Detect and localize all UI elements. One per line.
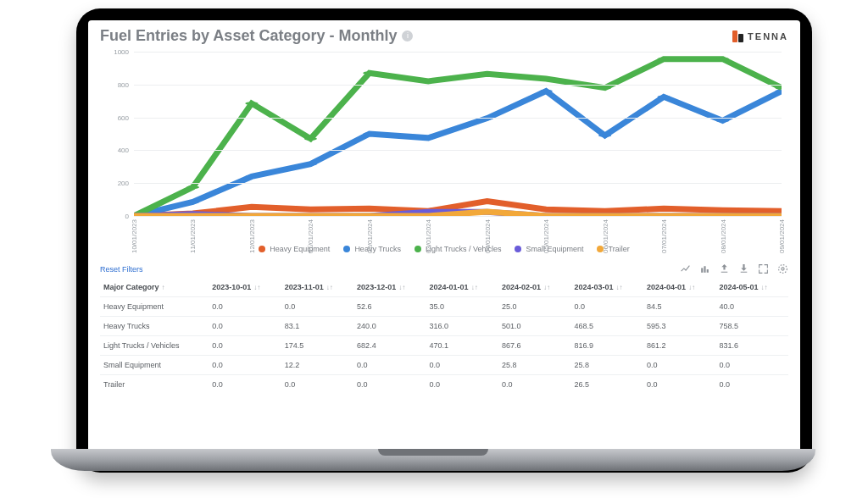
value-cell: 0.0 (353, 375, 426, 395)
data-table-area: Major Category↑2023-10-01↓↑2023-11-01↓↑2… (100, 278, 788, 461)
info-icon[interactable]: i (402, 30, 413, 42)
x-tick-label: 07/01/2024 (660, 219, 668, 253)
export-icon[interactable] (719, 263, 730, 274)
chart-data-point[interactable] (245, 205, 258, 208)
chart-data-point[interactable] (540, 77, 553, 80)
column-header[interactable]: 2024-03-01↓↑ (571, 278, 643, 297)
x-tick-label: 09/01/2024 (778, 219, 786, 253)
chart-data-point[interactable] (481, 72, 493, 75)
value-cell: 0.0 (281, 297, 353, 317)
legend-label: Small Equipment (526, 245, 583, 253)
chart-data-point[interactable] (598, 134, 611, 137)
table-toolbar: Reset Filters (88, 260, 800, 278)
value-cell: 0.0 (643, 356, 715, 375)
reset-filters-link[interactable]: Reset Filters (100, 265, 143, 274)
chart-data-point[interactable] (304, 163, 317, 166)
line-chart-icon[interactable] (680, 263, 691, 274)
value-cell: 174.5 (281, 336, 353, 356)
table-row[interactable]: Heavy Equipment0.00.052.635.025.00.084.5… (100, 297, 788, 317)
column-header[interactable]: 2024-05-01↓↑ (715, 278, 788, 297)
chart: 10/01/202311/01/202312/01/202301/01/2024… (100, 47, 788, 241)
chart-data-point[interactable] (716, 58, 729, 61)
value-cell: 861.2 (643, 336, 715, 356)
x-tick-label: 01/01/2024 (307, 219, 314, 253)
chart-data-point[interactable] (363, 207, 376, 210)
chart-data-point[interactable] (363, 132, 376, 136)
value-cell: 0.0 (715, 356, 788, 375)
value-cell: 0.0 (209, 317, 281, 336)
bar-chart-icon[interactable] (699, 263, 710, 274)
value-cell: 0.0 (426, 375, 498, 395)
chart-data-point[interactable] (716, 208, 729, 212)
chart-data-point[interactable] (657, 207, 670, 210)
chart-data-point[interactable] (540, 208, 553, 211)
download-icon[interactable] (738, 263, 749, 274)
data-table: Major Category↑2023-10-01↓↑2023-11-01↓↑2… (100, 278, 788, 394)
row-name-cell: Heavy Equipment (100, 297, 209, 317)
chart-data-point[interactable] (422, 80, 435, 83)
value-cell: 0.0 (209, 375, 281, 395)
row-name-cell: Small Equipment (100, 356, 209, 375)
column-header[interactable]: 2024-04-01↓↑ (643, 278, 715, 297)
settings-icon[interactable] (777, 263, 788, 274)
value-cell: 52.6 (353, 297, 426, 317)
column-header[interactable]: 2023-11-01↓↑ (281, 278, 353, 297)
y-tick-label: 600 (100, 113, 132, 121)
value-cell: 682.4 (353, 336, 426, 356)
brand-logo: TENNA (732, 30, 788, 42)
chart-data-point[interactable] (245, 175, 258, 179)
legend-label: Heavy Equipment (270, 245, 330, 253)
chart-data-point[interactable] (540, 90, 553, 93)
chart-data-point[interactable] (186, 201, 199, 204)
value-cell: 240.0 (353, 317, 426, 336)
value-cell: 0.0 (281, 375, 353, 395)
chart-data-point[interactable] (422, 136, 435, 140)
x-tick-label: 11/01/2023 (189, 219, 197, 253)
chart-data-point[interactable] (186, 185, 199, 189)
value-cell: 25.8 (571, 356, 643, 375)
column-header[interactable]: Major Category↑ (100, 278, 209, 297)
value-cell: 0.0 (353, 356, 426, 375)
value-cell: 316.0 (426, 317, 498, 336)
table-row[interactable]: Small Equipment0.012.20.00.025.825.80.00… (100, 356, 788, 375)
chart-data-point[interactable] (716, 119, 729, 123)
y-tick-label: 400 (100, 147, 132, 154)
chart-data-point[interactable] (304, 137, 317, 141)
x-tick-label: 04/01/2024 (483, 219, 491, 253)
chart-data-point[interactable] (481, 210, 493, 213)
svg-point-4 (779, 265, 787, 274)
y-tick-label: 0 (100, 213, 132, 220)
table-row[interactable]: Light Trucks / Vehicles0.0174.5682.4470.… (100, 336, 788, 356)
chart-data-point[interactable] (481, 200, 493, 203)
svg-point-3 (782, 268, 784, 270)
chart-data-point[interactable] (657, 58, 670, 61)
row-name-cell: Trailer (100, 375, 209, 395)
expand-icon[interactable] (758, 263, 769, 274)
chart-data-point[interactable] (657, 95, 670, 98)
x-tick-label: 08/01/2024 (719, 219, 726, 253)
column-header[interactable]: 2023-12-01↓↑ (353, 278, 426, 297)
chart-data-point[interactable] (598, 86, 611, 90)
table-row[interactable]: Heavy Trucks0.083.1240.0316.0501.0468.55… (100, 317, 788, 336)
page-title: Fuel Entries by Asset Category - Monthly (100, 27, 397, 45)
chart-data-point[interactable] (304, 208, 317, 211)
column-header[interactable]: 2024-02-01↓↑ (498, 278, 570, 297)
table-row[interactable]: Trailer0.00.00.00.00.026.50.00.0 (100, 375, 788, 395)
x-tick-label: 06/01/2024 (601, 219, 609, 253)
legend-label: Trailer (608, 245, 629, 253)
legend-item[interactable]: Heavy Equipment (259, 245, 330, 253)
value-cell: 0.0 (498, 375, 570, 395)
laptop-notch (378, 449, 488, 456)
toolbar-icons (680, 263, 788, 274)
chart-data-point[interactable] (363, 71, 376, 75)
chart-data-point[interactable] (245, 102, 258, 105)
column-header[interactable]: 2023-10-01↓↑ (209, 278, 281, 297)
column-header[interactable]: 2024-01-01↓↑ (426, 278, 498, 297)
row-name-cell: Light Trucks / Vehicles (100, 336, 209, 356)
y-tick-label: 1000 (100, 48, 132, 56)
x-tick-label: 12/01/2023 (248, 219, 255, 253)
legend-label: Heavy Trucks (354, 245, 401, 253)
legend-swatch-icon (259, 246, 265, 252)
chart-data-point[interactable] (598, 209, 611, 213)
value-cell: 25.0 (498, 297, 570, 317)
